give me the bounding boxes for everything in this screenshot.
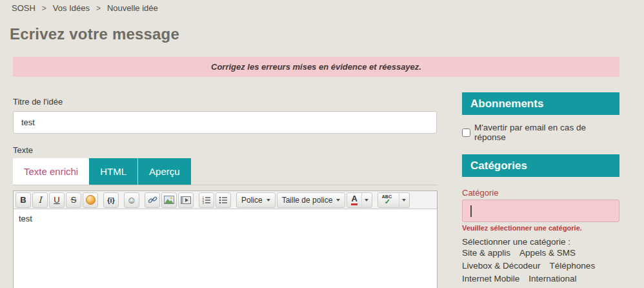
sidebar: Abonnements M'avertir par email en cas d… bbox=[462, 92, 619, 288]
breadcrumb-link-sosh[interactable]: SOSH bbox=[12, 3, 35, 13]
category-link-livebox-decodeur[interactable]: Livebox & Décodeur bbox=[462, 260, 541, 273]
editor-toolbar: B I U S {i} ☺ bbox=[14, 191, 437, 209]
italic-button[interactable]: I bbox=[32, 192, 48, 208]
category-link-row: TV & Contenus Autres options bbox=[462, 285, 619, 288]
insert-code-button[interactable]: {i} bbox=[103, 192, 119, 208]
bullet-list-icon bbox=[219, 196, 228, 204]
category-input[interactable] bbox=[462, 200, 619, 222]
category-link-row: Internet Mobile International bbox=[462, 273, 619, 285]
category-link-autres-options[interactable]: Autres options bbox=[530, 285, 586, 288]
breadcrumb-separator-icon: > bbox=[42, 4, 46, 13]
category-field-label: Catégorie bbox=[462, 188, 619, 198]
font-dropdown-group: Police Taille de police A bbox=[236, 192, 372, 208]
link-icon bbox=[148, 195, 157, 205]
font-family-dropdown[interactable]: Police bbox=[236, 192, 276, 208]
underline-icon: U bbox=[54, 195, 59, 205]
emoticon-button[interactable]: ☺ bbox=[124, 192, 139, 208]
ordered-list-icon: 123 bbox=[202, 196, 211, 204]
breadcrumb-link-vos-idees[interactable]: Vos Idées bbox=[53, 3, 90, 13]
insert-image-button[interactable] bbox=[161, 192, 177, 208]
video-icon bbox=[181, 196, 191, 204]
font-family-label: Police bbox=[241, 196, 263, 205]
idea-title-label: Titre de l'idée bbox=[13, 97, 437, 107]
image-icon bbox=[164, 196, 174, 204]
page-title: Ecrivez votre message bbox=[10, 25, 179, 43]
email-notify-label[interactable]: M'avertir par email en cas de réponse bbox=[474, 123, 619, 142]
email-notify-row: M'avertir par email en cas de réponse bbox=[462, 123, 619, 142]
editor-body[interactable]: test bbox=[14, 209, 437, 288]
format-button-group: B I U S bbox=[15, 192, 98, 208]
chevron-down-icon bbox=[267, 199, 270, 201]
code-icon: {i} bbox=[107, 196, 115, 204]
category-link-site-applis[interactable]: Site & applis bbox=[462, 247, 510, 260]
tab-html[interactable]: HTML bbox=[89, 158, 137, 185]
chevron-down-icon bbox=[365, 199, 368, 201]
code-button-group: {i} bbox=[103, 192, 119, 208]
italic-icon: I bbox=[38, 195, 41, 205]
error-banner-text: Corrigez les erreurs mises en évidence e… bbox=[211, 62, 421, 72]
underline-button[interactable]: U bbox=[49, 192, 65, 208]
spellcheck-group: ABC ✓ bbox=[377, 192, 410, 208]
text-cursor bbox=[470, 205, 472, 217]
new-idea-page: SOSH > Vos Idées > Nouvelle idée Ecrivez… bbox=[0, 0, 644, 288]
bold-icon: B bbox=[20, 195, 26, 205]
subscriptions-header: Abonnements bbox=[462, 92, 619, 115]
error-banner: Corrigez les erreurs mises en évidence e… bbox=[13, 57, 619, 77]
font-color-splitbutton: A bbox=[347, 192, 372, 208]
rich-text-editor: B I U S {i} ☺ bbox=[13, 190, 438, 288]
svg-text:3: 3 bbox=[203, 201, 205, 203]
orange-ball-icon bbox=[86, 195, 96, 205]
insert-link-button[interactable] bbox=[145, 192, 160, 208]
breadcrumb-current-nouvelle-idee: Nouvelle idée bbox=[107, 3, 158, 13]
category-link-appels-sms[interactable]: Appels & SMS bbox=[519, 247, 576, 260]
spellcheck-icon: ABC ✓ bbox=[382, 194, 395, 206]
strikethrough-icon: S bbox=[71, 195, 77, 205]
main-form: Titre de l'idée Texte Texte enrichi HTML… bbox=[13, 97, 437, 288]
category-link-telephones[interactable]: Téléphones bbox=[550, 260, 596, 273]
categories-header: Catégories bbox=[462, 154, 619, 177]
chevron-down-icon bbox=[336, 199, 340, 201]
ordered-list-button[interactable]: 123 bbox=[199, 192, 214, 208]
category-prompt: Sélectionner une catégorie : bbox=[462, 237, 619, 247]
font-size-label: Taille de police bbox=[282, 196, 333, 205]
chevron-down-icon bbox=[402, 199, 406, 201]
text-label: Texte bbox=[13, 145, 437, 155]
list-button-group: 123 bbox=[199, 192, 231, 208]
tab-texte-enrichi[interactable]: Texte enrichi bbox=[13, 158, 89, 185]
emoticon-button-group: ☺ bbox=[124, 192, 139, 208]
spellcheck-splitbutton: ABC ✓ bbox=[377, 192, 410, 208]
spellcheck-button[interactable]: ABC ✓ bbox=[378, 193, 399, 207]
tab-apercu[interactable]: Aperçu bbox=[137, 158, 191, 185]
category-link-international[interactable]: International bbox=[528, 273, 576, 285]
strikethrough-button[interactable]: S bbox=[66, 192, 81, 208]
category-link-row: Livebox & Décodeur Téléphones bbox=[462, 260, 619, 273]
media-button-group bbox=[145, 192, 194, 208]
bullet-list-button[interactable] bbox=[216, 192, 231, 208]
breadcrumb-separator-icon: > bbox=[96, 4, 101, 13]
font-color-menu-button[interactable] bbox=[362, 193, 372, 207]
insert-video-button[interactable] bbox=[178, 192, 194, 208]
category-link-row: Site & applis Appels & SMS bbox=[462, 247, 619, 260]
font-size-dropdown[interactable]: Taille de police bbox=[277, 192, 346, 208]
category-link-tv-contenus[interactable]: TV & Contenus bbox=[462, 285, 521, 288]
font-color-button[interactable]: A bbox=[347, 193, 361, 207]
breadcrumb: SOSH > Vos Idées > Nouvelle idée bbox=[12, 3, 158, 13]
orange-ball-button[interactable] bbox=[83, 192, 98, 208]
smiley-icon: ☺ bbox=[126, 194, 136, 205]
font-color-icon: A bbox=[351, 194, 357, 205]
spellcheck-menu-button[interactable] bbox=[399, 193, 409, 207]
email-notify-checkbox[interactable] bbox=[462, 129, 470, 137]
category-link-internet-mobile[interactable]: Internet Mobile bbox=[462, 273, 519, 285]
bold-button[interactable]: B bbox=[15, 192, 31, 208]
editor-tabs: Texte enrichi HTML Aperçu bbox=[13, 158, 437, 185]
category-error-text: Veuillez sélectionner une catégorie. bbox=[462, 224, 619, 232]
idea-title-input[interactable] bbox=[13, 111, 437, 134]
